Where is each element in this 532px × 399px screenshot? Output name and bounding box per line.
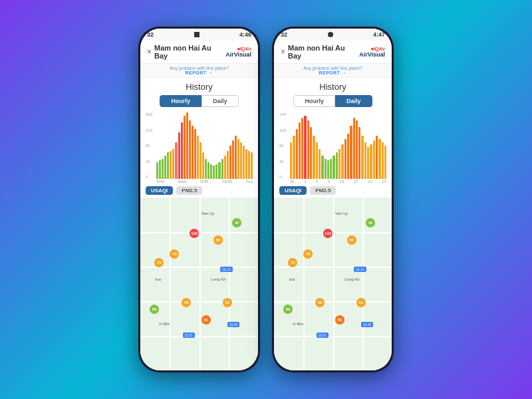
- bar: [384, 146, 386, 179]
- bar: [172, 149, 174, 179]
- bar: [186, 112, 188, 179]
- map-label: Long Kh: [344, 277, 359, 281]
- pm25-button-1[interactable]: PM2.5: [176, 186, 202, 195]
- map-badge: QL1A: [354, 267, 366, 272]
- map-label: loa: [289, 277, 295, 281]
- aqi-bubble: 102: [323, 229, 332, 238]
- bar: [293, 136, 295, 179]
- usaqi-button-2[interactable]: USAQI: [279, 186, 307, 195]
- aqi-bubble: 102: [190, 229, 199, 238]
- camera-dot-2: [328, 32, 333, 37]
- bar: [364, 142, 366, 179]
- map-label: H Min.: [293, 322, 304, 326]
- map-placeholder-2: 7070102534266496151Van UyH Min.loaLong K…: [274, 198, 392, 370]
- bar: [361, 136, 363, 179]
- bar: [321, 156, 323, 179]
- aqi-bubble: 53: [213, 235, 223, 245]
- bar: [184, 116, 186, 179]
- bar: [373, 140, 375, 179]
- aqi-bubble: 51: [223, 298, 232, 307]
- status-bar-2: 32 4:47: [274, 29, 392, 41]
- bar: [313, 136, 315, 179]
- location-name-1: Mam non Hai Au Bay: [154, 44, 225, 60]
- bar: [235, 136, 237, 179]
- report-link-2[interactable]: REPORT →: [276, 70, 390, 75]
- bar: [229, 146, 231, 179]
- map-road: [303, 198, 305, 370]
- bar: [367, 147, 369, 179]
- pm25-button-2[interactable]: PM2.5: [310, 186, 336, 195]
- hourly-tab-1[interactable]: Hourly: [160, 95, 201, 107]
- history-section-1: History Hourly Daily: [140, 78, 258, 111]
- time-1: 4:46: [239, 31, 251, 38]
- bar: [243, 146, 245, 179]
- bar: [167, 152, 169, 179]
- map-road: [362, 198, 364, 370]
- air-visual-brand-1: AirVisual: [225, 51, 251, 58]
- bar: [156, 162, 158, 179]
- map-area-2[interactable]: 7070102534266496151Van UyH Min.loaLong K…: [274, 198, 392, 370]
- map-area-1[interactable]: 7070102534266496151Van UyH Min.loaLong K…: [140, 198, 258, 370]
- chart-area-1: 160 120 80 40 0 5PM Wed 1PM 11PM Thu: [140, 111, 258, 184]
- bar: [197, 136, 199, 179]
- phone-1: 32 4:46 × Mam non Hai Au Bay ■IQAir AirV…: [138, 27, 260, 372]
- bar: [353, 118, 355, 179]
- map-label: Van Uy: [335, 211, 348, 215]
- bar: [248, 151, 250, 179]
- daily-tab-2[interactable]: Daily: [335, 95, 372, 107]
- map-badge: QL56: [361, 322, 373, 327]
- map-road: [170, 198, 171, 370]
- close-button-1[interactable]: × Mam non Hai Au Bay: [147, 44, 225, 60]
- bar: [205, 159, 207, 179]
- phone-2-screen: 32 4:47 × Mam non Hai Au Bay ■IQAir AirV…: [274, 29, 392, 370]
- aqi-bubble: 53: [347, 235, 356, 245]
- map-label: H Min.: [159, 322, 170, 326]
- bar: [178, 132, 180, 179]
- close-button-2[interactable]: × Mam non Hai Au Bay: [281, 44, 359, 60]
- bar: [378, 139, 380, 179]
- report-link-1[interactable]: REPORT →: [142, 70, 256, 75]
- bar: [304, 116, 306, 179]
- map-label: Long Kh: [211, 277, 225, 281]
- bar: [181, 122, 183, 179]
- bars-wrapper-1: [156, 112, 253, 179]
- bars-wrapper-2: [290, 112, 386, 179]
- aqi-bubble: 70: [303, 249, 313, 259]
- bar: [327, 160, 329, 179]
- camera-dot-1: [194, 32, 200, 37]
- map-placeholder-1: 7070102534266496151Van UyH Min.loaLong K…: [140, 198, 258, 370]
- map-label: Van Uy: [201, 211, 214, 215]
- time-2: 4:47: [373, 31, 385, 38]
- aqi-bubble: 61: [335, 315, 344, 325]
- history-title-2: History: [279, 82, 386, 92]
- aqi-bubble: 66: [150, 305, 159, 314]
- status-bar-1: 32 4:46: [140, 29, 258, 41]
- map-badge: QL56: [227, 322, 239, 327]
- bar: [159, 160, 161, 179]
- chart-container-1: 160 120 80 40 0: [146, 112, 253, 179]
- bar: [347, 134, 349, 179]
- bar: [213, 166, 215, 179]
- bar: [330, 159, 332, 179]
- bar: [350, 126, 352, 179]
- bar: [382, 142, 384, 179]
- signal-strength-2: 32: [281, 31, 287, 38]
- problem-text-1: Any problem with this place?: [142, 66, 256, 70]
- bar: [316, 142, 318, 179]
- bar: [370, 144, 372, 179]
- usaqi-button-1[interactable]: USAQI: [146, 186, 173, 195]
- daily-tab-1[interactable]: Daily: [201, 95, 239, 107]
- aqi-bubble: 61: [201, 315, 211, 325]
- bar: [218, 162, 220, 179]
- bar: [164, 156, 166, 179]
- y-axis-2: 140 100 60 20 0: [279, 112, 286, 179]
- hourly-tab-2[interactable]: Hourly: [293, 95, 335, 107]
- bar: [170, 151, 172, 179]
- bar: [224, 156, 226, 179]
- bar: [358, 127, 360, 179]
- bar: [175, 142, 177, 179]
- bar: [227, 151, 229, 179]
- app-header-2: × Mam non Hai Au Bay ■IQAir AirVisual: [274, 41, 392, 64]
- phone-1-screen: 32 4:46 × Mam non Hai Au Bay ■IQAir AirV…: [140, 29, 258, 370]
- bar: [301, 118, 303, 179]
